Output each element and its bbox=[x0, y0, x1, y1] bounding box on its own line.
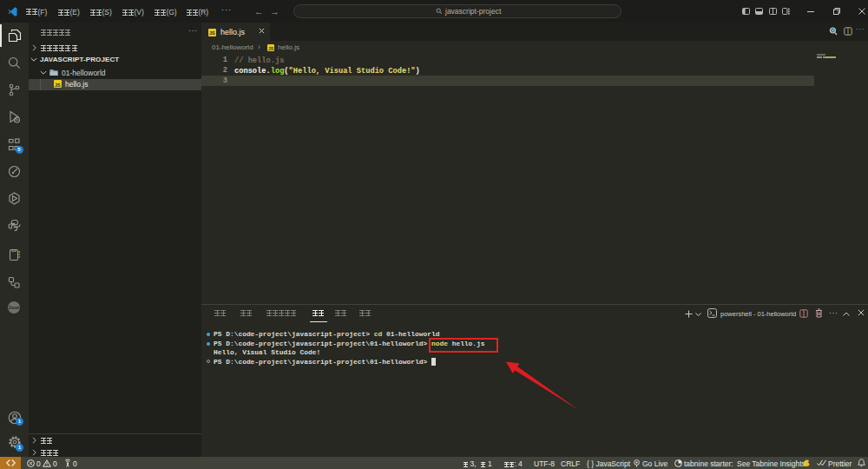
svg-text:Json: Json bbox=[9, 305, 20, 310]
